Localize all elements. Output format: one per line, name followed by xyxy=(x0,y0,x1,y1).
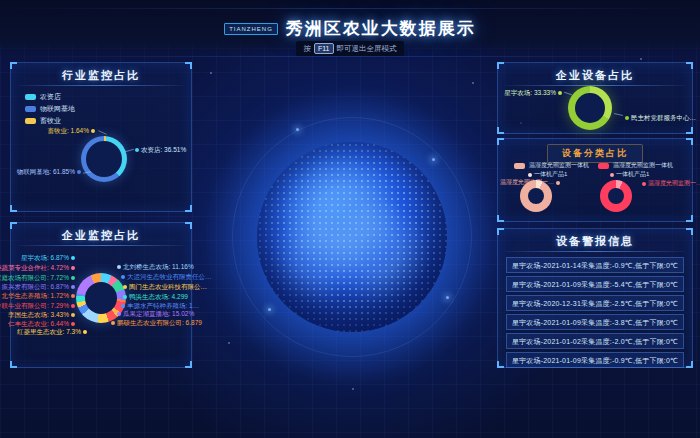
globe-spark-dot xyxy=(446,296,449,299)
bg-star xyxy=(472,82,474,84)
chart-label: 星宇农场: 33.33% xyxy=(502,88,562,97)
device-class-donut-pink[interactable] xyxy=(520,180,552,212)
title-underline xyxy=(18,245,184,246)
globe-spark-dot xyxy=(296,128,299,131)
header: TIANZHENG 秀洲区农业大数据展示 xyxy=(0,17,700,40)
label-marker-dot xyxy=(71,304,75,308)
label-marker-dot xyxy=(121,304,125,308)
f11-keycap: F11 xyxy=(314,43,334,54)
header-accent-line xyxy=(0,8,700,9)
chart-label: 新塍蔬菜专业合作社: 4.72% xyxy=(13,263,75,272)
header-accent-line xyxy=(0,56,700,57)
label-marker-dot xyxy=(77,170,81,174)
label-marker-dot xyxy=(111,321,115,325)
chart-label-iot-base: 物联网基地: 61.85% xyxy=(15,167,81,176)
panel-device-classification: 设备分类占比 温湿度光照监测一体机 一体机产品1 温湿度光照监测一… 温湿度光照… xyxy=(497,138,693,222)
hint-suffix: 即可退出全屏模式 xyxy=(337,44,397,54)
panel-equipment-ratio: 企业设备占比 星宇农场: 33.33% 民主村党群服务中心… xyxy=(497,62,693,134)
alarm-row: 星宇农场-2021-01-09采集温度:-5.4℃,低于下限:0℃ xyxy=(506,276,684,292)
chart-label: 瓜果定湖直播地: 15.02% xyxy=(117,309,194,318)
panel-title: 企业设备占比 xyxy=(498,68,692,83)
dashboard-stage: TIANZHENG 秀洲区农业大数据展示 按 F11 即可退出全屏模式 行业监控… xyxy=(0,0,700,438)
leader-line xyxy=(564,92,572,95)
panel-industry-monitoring: 行业监控占比 农资店 物联网基地 畜牧业 畜牧业: 1.64% 农资店: 36.… xyxy=(10,62,192,212)
panel-title: 企业监控占比 xyxy=(11,228,191,243)
legend-swatch xyxy=(25,94,36,100)
legend-item: 温湿度光照监测一体机 xyxy=(598,161,673,170)
title-underline xyxy=(505,251,685,252)
panel-title: 行业监控占比 xyxy=(11,68,191,83)
chart-label: 鸭浜生态农场: 4.299 xyxy=(123,292,188,301)
device-sub-label: 一体机产品1 xyxy=(610,170,649,179)
legend-label: 畜牧业 xyxy=(40,116,61,126)
globe-spark-dot xyxy=(432,158,435,161)
legend-item: 物联网基地 xyxy=(25,104,75,114)
leader-line xyxy=(98,130,107,135)
chart-label: 星宇农场: 6.87% xyxy=(13,253,75,262)
chart-label: 鹏硕生态农业有限公司: 6.879 xyxy=(111,318,202,327)
leader-line xyxy=(614,113,623,116)
label-marker-dot xyxy=(71,313,75,317)
legend-item: 温湿度光照监测一体机 xyxy=(514,161,589,170)
label-marker-dot xyxy=(528,173,532,177)
label-marker-dot xyxy=(71,294,75,298)
label-marker-dot xyxy=(135,148,139,152)
alarm-row: 星宇农场-2020-12-31采集温度:-2.5℃,低于下限:0℃ xyxy=(506,295,684,311)
panel-enterprise-monitoring: 企业监控占比 星宇农场: 6.87% 新塍蔬菜专业合作社: 4.72% 家庭农场… xyxy=(10,222,192,368)
globe-visualization xyxy=(257,142,447,332)
legend-swatch xyxy=(25,106,36,112)
chart-label: 陶门生态农业科技有限公… xyxy=(123,282,207,291)
chart-label-livestock: 畜牧业: 1.64% xyxy=(25,126,95,135)
label-marker-dot xyxy=(91,129,95,133)
legend-item: 畜牧业 xyxy=(25,116,61,126)
chart-label: 振兴发有限公司: 6.87% xyxy=(13,282,75,291)
chart-label: 家庭农场有限公司: 7.72% xyxy=(13,273,75,282)
page-title: 秀洲区农业大数据展示 xyxy=(286,17,476,40)
chart-label: 中联牛业有限公司: 7.29% xyxy=(13,301,75,310)
leader-line xyxy=(125,149,134,152)
device-class-donut-red[interactable] xyxy=(600,180,632,212)
panel-device-alarms: 设备警报信息 星宇农场-2021-01-14采集温度:-0.9℃,低于下限:0℃… xyxy=(497,228,693,368)
hint-prefix: 按 xyxy=(303,44,311,54)
label-marker-dot xyxy=(71,285,75,289)
chart-label: 民主村党群服务中心… xyxy=(625,113,696,122)
legend-swatch xyxy=(514,163,525,169)
label-marker-dot xyxy=(117,312,121,316)
chart-label: 大运河生态牧业有限责任公… xyxy=(121,272,212,281)
globe-spark-dot xyxy=(268,308,271,311)
label-marker-dot xyxy=(117,265,121,269)
label-marker-dot xyxy=(123,285,127,289)
label-marker-dot xyxy=(121,275,125,279)
bg-star xyxy=(210,72,212,74)
fullscreen-hint: 按 F11 即可退出全屏模式 xyxy=(0,41,700,56)
label-marker-dot xyxy=(71,256,75,260)
device-side-label: 温湿度光照监测一… xyxy=(642,179,700,188)
label-marker-dot xyxy=(610,173,614,177)
chart-label-farm-store: 农资店: 36.51% xyxy=(135,145,186,154)
alarm-row: 星宇农场-2021-01-09采集温度:-3.8℃,低于下限:0℃ xyxy=(506,314,684,330)
label-marker-dot xyxy=(71,276,75,280)
label-marker-dot xyxy=(123,295,127,299)
label-marker-dot xyxy=(556,181,560,185)
label-marker-dot xyxy=(625,116,629,120)
label-marker-dot xyxy=(71,266,75,270)
chart-label: 红菱里生态农业: 7.3% xyxy=(13,327,87,336)
alarm-row: 星宇农场-2021-01-09采集温度:-0.9℃,低于下限:0℃ xyxy=(506,352,684,368)
label-marker-dot xyxy=(71,322,75,326)
legend-swatch xyxy=(598,163,609,169)
chart-label: 北刘桥生态农场: 11.16% xyxy=(117,262,194,271)
alarm-row: 星宇农场-2021-01-14采集温度:-0.9℃,低于下限:0℃ xyxy=(506,257,684,273)
equipment-donut-chart[interactable] xyxy=(568,86,612,130)
label-marker-dot xyxy=(642,182,646,186)
bg-star xyxy=(640,58,642,60)
bg-star xyxy=(228,342,230,344)
legend-swatch xyxy=(25,118,36,124)
legend-label: 物联网基地 xyxy=(40,104,75,114)
panel-title: 设备警报信息 xyxy=(498,234,692,249)
title-underline xyxy=(18,85,184,86)
industry-donut-chart[interactable] xyxy=(81,136,127,182)
logo-badge: TIANZHENG xyxy=(224,23,278,35)
legend-label: 农资店 xyxy=(40,92,61,102)
label-marker-dot xyxy=(83,330,87,334)
chart-label: 李国生态农场: 3.43% xyxy=(13,310,75,319)
